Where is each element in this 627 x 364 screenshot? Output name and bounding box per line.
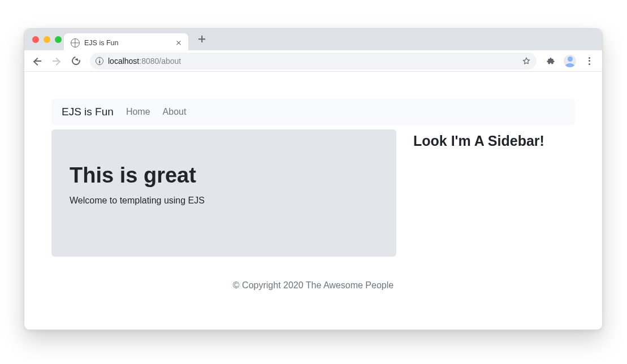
arrow-left-icon xyxy=(33,57,41,65)
jumbotron-body: Welcome to templating using EJS xyxy=(70,196,378,206)
star-icon xyxy=(522,57,531,66)
footer: © Copyright 2020 The Awesome People xyxy=(51,280,575,291)
url-path: /about xyxy=(159,57,181,66)
sidebar: Look I'm A Sidebar! xyxy=(413,129,544,257)
address-bar[interactable]: localhost:8080/about xyxy=(90,53,537,70)
back-button[interactable] xyxy=(29,53,46,70)
url-text: localhost:8080/about xyxy=(108,57,181,66)
site-navbar: EJS is Fun Home About xyxy=(51,99,575,125)
url-port: :8080 xyxy=(139,57,159,66)
puzzle-icon xyxy=(546,57,555,66)
arrow-right-icon xyxy=(53,57,60,65)
tab-title: EJS is Fun xyxy=(84,39,170,47)
new-tab-button[interactable] xyxy=(194,31,210,47)
nav-link-about[interactable]: About xyxy=(163,107,187,117)
page-viewport[interactable]: EJS is Fun Home About This is great Welc… xyxy=(24,72,602,330)
kebab-icon xyxy=(585,57,593,65)
browser-tab[interactable]: EJS is Fun xyxy=(64,33,188,53)
titlebar: EJS is Fun xyxy=(24,29,602,50)
window-minimize-button[interactable] xyxy=(44,36,50,43)
url-host: localhost xyxy=(108,57,139,66)
jumbotron: This is great Welcome to templating usin… xyxy=(51,129,396,257)
browser-window: EJS is Fun localhost:8080/about xyxy=(24,28,603,330)
content-row: This is great Welcome to templating usin… xyxy=(51,129,575,257)
plus-icon xyxy=(198,36,205,42)
nav-link-home[interactable]: Home xyxy=(126,107,150,117)
forward-button[interactable] xyxy=(48,53,65,70)
bookmark-button[interactable] xyxy=(522,57,531,66)
site-info-icon[interactable] xyxy=(96,57,103,65)
globe-icon xyxy=(71,38,80,47)
reload-icon xyxy=(72,57,80,65)
page-content: EJS is Fun Home About This is great Welc… xyxy=(24,72,602,307)
window-zoom-button[interactable] xyxy=(55,36,62,43)
browser-toolbar: localhost:8080/about xyxy=(24,50,602,72)
close-tab-icon[interactable] xyxy=(175,39,183,47)
window-controls xyxy=(32,36,62,43)
profile-button[interactable] xyxy=(561,53,578,70)
reload-button[interactable] xyxy=(67,53,84,70)
window-close-button[interactable] xyxy=(32,36,39,43)
avatar-icon xyxy=(564,55,576,67)
footer-text: © Copyright 2020 The Awesome People xyxy=(233,280,394,290)
navbar-brand[interactable]: EJS is Fun xyxy=(62,106,114,118)
chrome-menu-button[interactable] xyxy=(581,53,598,70)
sidebar-heading: Look I'm A Sidebar! xyxy=(413,133,544,149)
jumbotron-heading: This is great xyxy=(70,163,378,188)
extensions-button[interactable] xyxy=(542,53,559,70)
